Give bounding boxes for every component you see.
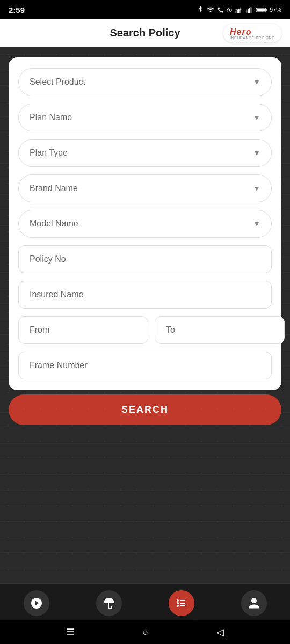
list-icon-circle	[169, 590, 194, 616]
insurance-icon-circle	[96, 590, 122, 616]
to-date-input[interactable]	[155, 316, 285, 344]
profile-icon-circle	[241, 590, 267, 616]
hero-logo-subtitle: INSURANCE BROKING	[230, 35, 275, 39]
android-nav-bar: ☰ ○ ◁	[0, 620, 290, 644]
nav-item-dashboard[interactable]	[24, 590, 49, 616]
signal-icon-1	[234, 6, 243, 13]
nav-item-insurance[interactable]	[96, 590, 122, 616]
android-back-button[interactable]: ◁	[216, 626, 224, 638]
svg-point-11	[177, 599, 179, 602]
umbrella-icon	[103, 597, 115, 610]
svg-point-12	[177, 602, 179, 604]
header-title: Search Policy	[110, 27, 180, 39]
svg-rect-7	[251, 7, 252, 13]
person-icon	[248, 597, 260, 610]
bg-area: Select Product ▼ Plan Name ▼ Plan Type ▼…	[0, 47, 290, 583]
svg-rect-1	[237, 9, 238, 12]
dashboard-icon-circle	[24, 590, 49, 616]
plan-type-label: Plan Type	[30, 148, 68, 158]
select-product-arrow-icon: ▼	[253, 78, 260, 86]
plan-name-arrow-icon: ▼	[253, 113, 260, 122]
list-icon	[175, 597, 188, 610]
svg-rect-9	[257, 8, 265, 11]
brand-name-dropdown[interactable]: Brand Name ▼	[18, 174, 272, 202]
from-date-input[interactable]	[18, 316, 148, 344]
brand-name-label: Brand Name	[30, 184, 78, 193]
form-card: Select Product ▼ Plan Name ▼ Plan Type ▼…	[9, 57, 281, 390]
svg-rect-2	[238, 8, 240, 12]
plan-name-label: Plan Name	[30, 113, 72, 122]
header: Search Policy Hero INSURANCE BROKING	[0, 19, 290, 47]
bottom-nav	[0, 583, 290, 620]
date-range-row	[18, 316, 272, 344]
brand-name-arrow-icon: ▼	[253, 184, 260, 193]
dashboard-icon	[30, 597, 43, 610]
signal-text: Yo	[226, 7, 232, 13]
svg-rect-15	[180, 603, 185, 604]
search-button[interactable]: SEARCH	[9, 394, 281, 425]
signal-icon-2	[245, 6, 253, 13]
svg-rect-0	[236, 11, 237, 13]
status-bar: 2:59 Yo	[0, 0, 290, 19]
policy-no-input[interactable]	[18, 245, 272, 273]
model-name-arrow-icon: ▼	[253, 219, 260, 228]
plan-type-arrow-icon: ▼	[253, 149, 260, 157]
model-name-label: Model Name	[30, 219, 78, 229]
insured-name-input[interactable]	[18, 281, 272, 309]
frame-number-input[interactable]	[18, 352, 272, 379]
hero-logo: Hero INSURANCE BROKING	[223, 24, 281, 42]
svg-rect-10	[266, 9, 267, 11]
svg-rect-16	[180, 605, 185, 606]
select-product-label: Select Product	[30, 77, 85, 87]
status-time: 2:59	[9, 5, 25, 14]
nav-item-list[interactable]	[169, 590, 194, 616]
status-icons: Yo 97%	[197, 6, 281, 13]
android-menu-button[interactable]: ☰	[66, 626, 75, 638]
call-icon	[217, 6, 224, 13]
svg-rect-3	[240, 7, 241, 12]
svg-rect-5	[248, 8, 249, 12]
svg-rect-4	[247, 9, 248, 13]
hero-logo-text: Hero	[230, 27, 251, 36]
battery-percent: 97%	[270, 6, 281, 13]
bluetooth-icon	[197, 6, 204, 13]
plan-name-dropdown[interactable]: Plan Name ▼	[18, 104, 272, 131]
svg-rect-14	[180, 600, 185, 601]
plan-type-dropdown[interactable]: Plan Type ▼	[18, 139, 272, 167]
model-name-dropdown[interactable]: Model Name ▼	[18, 210, 272, 238]
svg-point-13	[177, 605, 179, 607]
nav-item-profile[interactable]	[241, 590, 267, 616]
battery-icon	[256, 6, 267, 13]
wifi-icon	[206, 6, 215, 13]
android-home-button[interactable]: ○	[143, 627, 149, 638]
select-product-dropdown[interactable]: Select Product ▼	[18, 68, 272, 96]
svg-rect-6	[249, 8, 250, 13]
